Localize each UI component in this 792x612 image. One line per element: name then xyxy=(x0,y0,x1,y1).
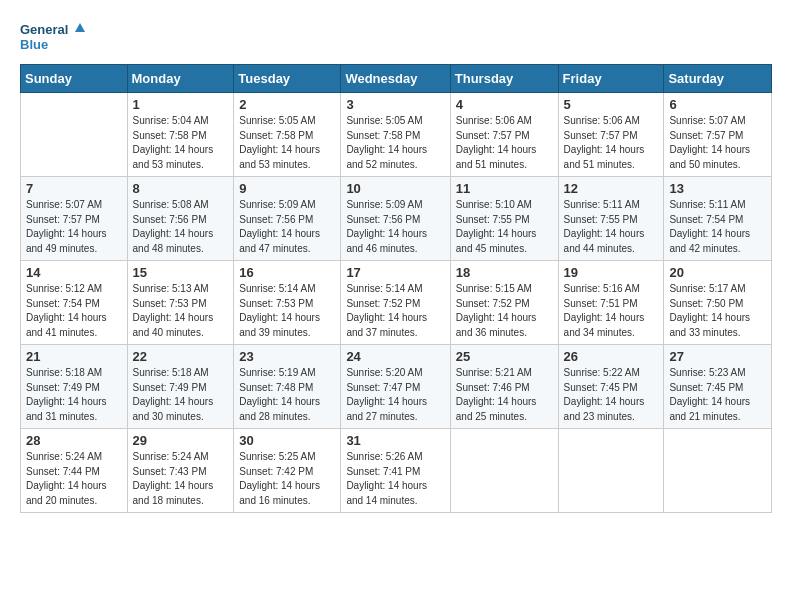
calendar-cell: 10Sunrise: 5:09 AM Sunset: 7:56 PM Dayli… xyxy=(341,177,450,261)
calendar-cell: 4Sunrise: 5:06 AM Sunset: 7:57 PM Daylig… xyxy=(450,93,558,177)
calendar-cell: 22Sunrise: 5:18 AM Sunset: 7:49 PM Dayli… xyxy=(127,345,234,429)
day-number: 22 xyxy=(133,349,229,364)
calendar-cell xyxy=(450,429,558,513)
day-info: Sunrise: 5:09 AM Sunset: 7:56 PM Dayligh… xyxy=(239,198,335,256)
weekday-saturday: Saturday xyxy=(664,65,772,93)
day-info: Sunrise: 5:06 AM Sunset: 7:57 PM Dayligh… xyxy=(456,114,553,172)
calendar-cell xyxy=(664,429,772,513)
day-number: 17 xyxy=(346,265,444,280)
calendar-cell: 18Sunrise: 5:15 AM Sunset: 7:52 PM Dayli… xyxy=(450,261,558,345)
calendar-cell: 11Sunrise: 5:10 AM Sunset: 7:55 PM Dayli… xyxy=(450,177,558,261)
calendar-cell: 28Sunrise: 5:24 AM Sunset: 7:44 PM Dayli… xyxy=(21,429,128,513)
svg-text:Blue: Blue xyxy=(20,37,48,52)
day-number: 2 xyxy=(239,97,335,112)
day-info: Sunrise: 5:09 AM Sunset: 7:56 PM Dayligh… xyxy=(346,198,444,256)
calendar-cell: 7Sunrise: 5:07 AM Sunset: 7:57 PM Daylig… xyxy=(21,177,128,261)
weekday-thursday: Thursday xyxy=(450,65,558,93)
calendar-cell xyxy=(558,429,664,513)
calendar-cell: 26Sunrise: 5:22 AM Sunset: 7:45 PM Dayli… xyxy=(558,345,664,429)
day-number: 27 xyxy=(669,349,766,364)
day-info: Sunrise: 5:05 AM Sunset: 7:58 PM Dayligh… xyxy=(239,114,335,172)
day-info: Sunrise: 5:11 AM Sunset: 7:55 PM Dayligh… xyxy=(564,198,659,256)
logo: GeneralBlue xyxy=(20,18,94,54)
day-info: Sunrise: 5:13 AM Sunset: 7:53 PM Dayligh… xyxy=(133,282,229,340)
day-info: Sunrise: 5:25 AM Sunset: 7:42 PM Dayligh… xyxy=(239,450,335,508)
day-info: Sunrise: 5:15 AM Sunset: 7:52 PM Dayligh… xyxy=(456,282,553,340)
weekday-monday: Monday xyxy=(127,65,234,93)
week-row-2: 7Sunrise: 5:07 AM Sunset: 7:57 PM Daylig… xyxy=(21,177,772,261)
day-number: 7 xyxy=(26,181,122,196)
day-info: Sunrise: 5:06 AM Sunset: 7:57 PM Dayligh… xyxy=(564,114,659,172)
day-info: Sunrise: 5:24 AM Sunset: 7:43 PM Dayligh… xyxy=(133,450,229,508)
day-number: 9 xyxy=(239,181,335,196)
calendar-cell: 2Sunrise: 5:05 AM Sunset: 7:58 PM Daylig… xyxy=(234,93,341,177)
day-info: Sunrise: 5:18 AM Sunset: 7:49 PM Dayligh… xyxy=(26,366,122,424)
day-number: 29 xyxy=(133,433,229,448)
day-number: 5 xyxy=(564,97,659,112)
calendar-cell: 16Sunrise: 5:14 AM Sunset: 7:53 PM Dayli… xyxy=(234,261,341,345)
weekday-header-row: SundayMondayTuesdayWednesdayThursdayFrid… xyxy=(21,65,772,93)
day-info: Sunrise: 5:11 AM Sunset: 7:54 PM Dayligh… xyxy=(669,198,766,256)
calendar-cell: 15Sunrise: 5:13 AM Sunset: 7:53 PM Dayli… xyxy=(127,261,234,345)
day-number: 16 xyxy=(239,265,335,280)
calendar-cell: 21Sunrise: 5:18 AM Sunset: 7:49 PM Dayli… xyxy=(21,345,128,429)
day-number: 3 xyxy=(346,97,444,112)
weekday-friday: Friday xyxy=(558,65,664,93)
calendar-cell: 5Sunrise: 5:06 AM Sunset: 7:57 PM Daylig… xyxy=(558,93,664,177)
day-info: Sunrise: 5:08 AM Sunset: 7:56 PM Dayligh… xyxy=(133,198,229,256)
calendar-cell: 3Sunrise: 5:05 AM Sunset: 7:58 PM Daylig… xyxy=(341,93,450,177)
day-info: Sunrise: 5:18 AM Sunset: 7:49 PM Dayligh… xyxy=(133,366,229,424)
weekday-tuesday: Tuesday xyxy=(234,65,341,93)
day-info: Sunrise: 5:14 AM Sunset: 7:53 PM Dayligh… xyxy=(239,282,335,340)
day-info: Sunrise: 5:14 AM Sunset: 7:52 PM Dayligh… xyxy=(346,282,444,340)
day-number: 31 xyxy=(346,433,444,448)
week-row-4: 21Sunrise: 5:18 AM Sunset: 7:49 PM Dayli… xyxy=(21,345,772,429)
day-info: Sunrise: 5:23 AM Sunset: 7:45 PM Dayligh… xyxy=(669,366,766,424)
calendar-cell: 12Sunrise: 5:11 AM Sunset: 7:55 PM Dayli… xyxy=(558,177,664,261)
week-row-5: 28Sunrise: 5:24 AM Sunset: 7:44 PM Dayli… xyxy=(21,429,772,513)
day-number: 26 xyxy=(564,349,659,364)
calendar-cell: 14Sunrise: 5:12 AM Sunset: 7:54 PM Dayli… xyxy=(21,261,128,345)
calendar-cell: 25Sunrise: 5:21 AM Sunset: 7:46 PM Dayli… xyxy=(450,345,558,429)
day-number: 21 xyxy=(26,349,122,364)
day-number: 6 xyxy=(669,97,766,112)
week-row-3: 14Sunrise: 5:12 AM Sunset: 7:54 PM Dayli… xyxy=(21,261,772,345)
calendar-cell: 19Sunrise: 5:16 AM Sunset: 7:51 PM Dayli… xyxy=(558,261,664,345)
day-number: 13 xyxy=(669,181,766,196)
calendar-cell: 23Sunrise: 5:19 AM Sunset: 7:48 PM Dayli… xyxy=(234,345,341,429)
day-info: Sunrise: 5:21 AM Sunset: 7:46 PM Dayligh… xyxy=(456,366,553,424)
calendar-cell: 29Sunrise: 5:24 AM Sunset: 7:43 PM Dayli… xyxy=(127,429,234,513)
calendar: SundayMondayTuesdayWednesdayThursdayFrid… xyxy=(20,64,772,513)
day-number: 11 xyxy=(456,181,553,196)
day-info: Sunrise: 5:07 AM Sunset: 7:57 PM Dayligh… xyxy=(26,198,122,256)
day-number: 20 xyxy=(669,265,766,280)
calendar-cell: 20Sunrise: 5:17 AM Sunset: 7:50 PM Dayli… xyxy=(664,261,772,345)
svg-marker-2 xyxy=(75,23,85,32)
day-number: 25 xyxy=(456,349,553,364)
day-info: Sunrise: 5:10 AM Sunset: 7:55 PM Dayligh… xyxy=(456,198,553,256)
day-number: 1 xyxy=(133,97,229,112)
day-info: Sunrise: 5:24 AM Sunset: 7:44 PM Dayligh… xyxy=(26,450,122,508)
weekday-sunday: Sunday xyxy=(21,65,128,93)
day-number: 12 xyxy=(564,181,659,196)
calendar-cell: 1Sunrise: 5:04 AM Sunset: 7:58 PM Daylig… xyxy=(127,93,234,177)
week-row-1: 1Sunrise: 5:04 AM Sunset: 7:58 PM Daylig… xyxy=(21,93,772,177)
day-number: 30 xyxy=(239,433,335,448)
day-info: Sunrise: 5:05 AM Sunset: 7:58 PM Dayligh… xyxy=(346,114,444,172)
day-info: Sunrise: 5:17 AM Sunset: 7:50 PM Dayligh… xyxy=(669,282,766,340)
day-number: 23 xyxy=(239,349,335,364)
page: GeneralBlue SundayMondayTuesdayWednesday… xyxy=(0,0,792,612)
day-number: 18 xyxy=(456,265,553,280)
calendar-cell: 9Sunrise: 5:09 AM Sunset: 7:56 PM Daylig… xyxy=(234,177,341,261)
day-info: Sunrise: 5:04 AM Sunset: 7:58 PM Dayligh… xyxy=(133,114,229,172)
calendar-cell: 24Sunrise: 5:20 AM Sunset: 7:47 PM Dayli… xyxy=(341,345,450,429)
calendar-cell: 30Sunrise: 5:25 AM Sunset: 7:42 PM Dayli… xyxy=(234,429,341,513)
calendar-cell: 13Sunrise: 5:11 AM Sunset: 7:54 PM Dayli… xyxy=(664,177,772,261)
calendar-cell: 31Sunrise: 5:26 AM Sunset: 7:41 PM Dayli… xyxy=(341,429,450,513)
day-number: 14 xyxy=(26,265,122,280)
day-info: Sunrise: 5:16 AM Sunset: 7:51 PM Dayligh… xyxy=(564,282,659,340)
day-info: Sunrise: 5:12 AM Sunset: 7:54 PM Dayligh… xyxy=(26,282,122,340)
day-number: 19 xyxy=(564,265,659,280)
day-info: Sunrise: 5:22 AM Sunset: 7:45 PM Dayligh… xyxy=(564,366,659,424)
day-number: 10 xyxy=(346,181,444,196)
